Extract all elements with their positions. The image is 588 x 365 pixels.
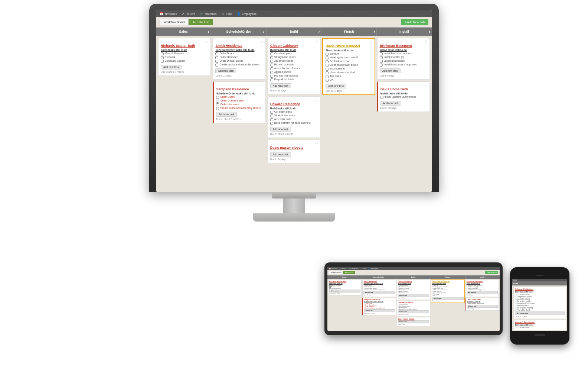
task-checkbox[interactable] <box>270 78 273 81</box>
task-checkbox[interactable] <box>326 64 329 67</box>
card-richards-master-bath: ‹ › Richards Master Bath Sales tasks sti… <box>158 38 211 76</box>
add-task-button[interactable]: Add new task <box>270 152 291 157</box>
tablet-col-finish: Finish › <box>431 275 466 279</box>
task-checkbox[interactable] <box>270 56 273 59</box>
job-title-davis-office[interactable]: Davis Office Remodel <box>326 44 372 48</box>
task-checkbox[interactable] <box>270 67 273 70</box>
task-checkbox[interactable] <box>270 75 273 78</box>
add-task-button[interactable]: Add new task <box>215 68 236 73</box>
task-checkbox[interactable] <box>326 75 329 78</box>
add-task-button[interactable]: Add new task <box>380 101 401 106</box>
timelines-icon: 📅 <box>160 12 163 16</box>
task-checkbox[interactable] <box>270 60 273 63</box>
phone-add-task-btn[interactable]: Add new task <box>515 311 565 315</box>
tablet-col-sales-body: Richards Master Bath Sales tasks still t… <box>328 280 362 330</box>
job-title-sampson[interactable]: Sampson Residence <box>216 87 263 91</box>
job-title-smith[interactable]: Smith Residence <box>215 44 263 48</box>
task-checkbox[interactable] <box>326 56 329 59</box>
task-checkbox[interactable] <box>270 122 273 125</box>
job-title-richards[interactable]: Richards Master Bath <box>161 44 208 48</box>
tablet-kanban-body: Richards Master Bath Sales tasks still t… <box>327 279 500 331</box>
task-checkbox[interactable] <box>326 53 329 56</box>
app-topbar: 📅 Timelines ✔ ToDo's 🛒 Materials ⏱ <box>156 10 432 17</box>
task-checkbox[interactable] <box>215 52 218 55</box>
tab-all-jobs-list[interactable]: All Jobs List <box>189 19 213 25</box>
task-checkbox[interactable] <box>216 100 219 103</box>
task-checkbox[interactable] <box>380 60 383 63</box>
task-checkbox[interactable] <box>161 56 164 59</box>
tablet-card-smith: Smith Residence Schedule/Order tasks sti… <box>362 280 396 297</box>
task-checkbox[interactable] <box>270 114 273 117</box>
task-checkbox[interactable] <box>326 71 329 74</box>
add-task-button[interactable]: Add new task <box>216 112 237 117</box>
task-checkbox[interactable] <box>270 52 273 55</box>
tablet-col-install-body: Brinkman Basement Install tasks still to… <box>466 280 499 330</box>
nav-todos[interactable]: ✔ ToDo's <box>182 12 195 16</box>
phone-device: Build Build › Gibson Cabinetry Build tas… <box>510 267 569 345</box>
materials-icon: 🛒 <box>200 12 203 16</box>
job-title-howard[interactable]: Howard Residence <box>270 102 318 106</box>
task-checkbox[interactable] <box>380 96 383 99</box>
add-new-job-button[interactable]: + Add New Job <box>401 19 428 25</box>
add-task-button[interactable]: Add new task <box>326 84 346 88</box>
add-task-button[interactable]: Add new task <box>270 127 291 132</box>
due-date: Due in 18 days <box>270 89 318 92</box>
card-nav: ‹ › <box>161 41 208 43</box>
due-date: Due in about 2 months <box>216 118 263 120</box>
task-checkbox[interactable] <box>270 111 273 114</box>
tablet-card-davis-bath: Davis Home Bath Install tasks still to d… <box>466 298 499 311</box>
add-task-button[interactable]: Add new task <box>270 83 291 88</box>
nav-time[interactable]: ⏱ Time <box>221 12 232 16</box>
col-header-build: Build <box>267 28 322 36</box>
tablet-add-task-btn[interactable]: Add new task <box>329 290 360 293</box>
task-checkbox[interactable] <box>326 79 329 82</box>
phone-home-btn[interactable] <box>534 334 545 336</box>
task-checkbox[interactable] <box>215 60 218 63</box>
task-checkbox[interactable] <box>161 52 164 55</box>
task-checkbox[interactable] <box>270 118 273 121</box>
tablet-add-job-btn[interactable]: + Add New Job <box>485 271 498 274</box>
phone-screen: Build Build › Gibson Cabinetry Build tas… <box>512 279 567 331</box>
phone-col-header: Build › <box>512 281 567 285</box>
kanban-body: ‹ › Richards Master Bath Sales tasks sti… <box>156 36 432 192</box>
card-smith-residence: ‹ › Smith Residence Schedule/Order tasks… <box>213 38 265 80</box>
add-task-button[interactable]: Add new task <box>380 68 401 73</box>
job-title-davis-closets[interactable]: Davis master closets <box>270 146 318 149</box>
job-title-gibson[interactable]: Gibson Cabinetry <box>270 44 318 48</box>
task-checkbox[interactable] <box>326 68 329 71</box>
nav-materials[interactable]: 🛒 Materials <box>200 12 216 16</box>
add-task-button[interactable]: Add new task <box>161 65 182 70</box>
nav-timelines[interactable]: 📅 Timelines <box>160 12 177 16</box>
task-item: Proposal <box>161 56 208 59</box>
task-checkbox[interactable] <box>270 71 273 74</box>
task-checkbox[interactable] <box>270 64 273 67</box>
task-checkbox[interactable] <box>326 60 329 63</box>
col-header-sales: Sales <box>156 28 211 36</box>
task-checkbox[interactable] <box>216 107 219 110</box>
tablet-tab-alljobs: All Jobs List <box>343 271 355 274</box>
tablet-card-gibson: Gibson Cabinetry Build tasks still to do… <box>397 280 430 300</box>
task-checkbox[interactable] <box>380 64 383 67</box>
kanban-col-schedule: ‹ › Smith Residence Schedule/Order tasks… <box>213 38 265 123</box>
task-checkbox[interactable] <box>216 103 219 106</box>
tablet-card-brinkman: Brinkman Basement Install tasks still to… <box>466 280 499 297</box>
tablet-card-howard: Howard Residence □ Cut sheet parts □ Str… <box>397 301 430 316</box>
task-checkbox[interactable] <box>215 56 218 59</box>
task-checkbox[interactable] <box>161 60 164 63</box>
task-checkbox[interactable] <box>380 56 383 59</box>
tab-workflow-board[interactable]: Workflow Board <box>160 19 189 25</box>
due-date: Due in 21 days <box>215 74 263 77</box>
due-date: Due in about 1 month <box>270 133 318 135</box>
phone-kanban-body: Gibson Cabinetry Build tasks still to do… <box>512 285 567 331</box>
task-checkbox[interactable] <box>380 52 383 55</box>
task-checkbox[interactable] <box>215 64 218 67</box>
tablet-col-finish-body: Davis Office Remodel Finish tasks still … <box>431 280 464 330</box>
task-checkbox[interactable] <box>216 96 219 99</box>
tablet-nav-todos: ✔ ToDo's <box>340 268 346 269</box>
job-title-davis-bath[interactable]: Davis Home Bath <box>380 87 427 91</box>
due-date: Due in 10 days <box>380 107 427 109</box>
job-title-brinkman[interactable]: Brinkman Basement <box>380 44 427 48</box>
tab-buttons: Workflow Board All Jobs List <box>160 19 213 25</box>
kanban-header: Sales Schedule/Order Build Finish Instal… <box>156 28 432 36</box>
nav-employees[interactable]: 👤 Employees <box>237 12 257 16</box>
